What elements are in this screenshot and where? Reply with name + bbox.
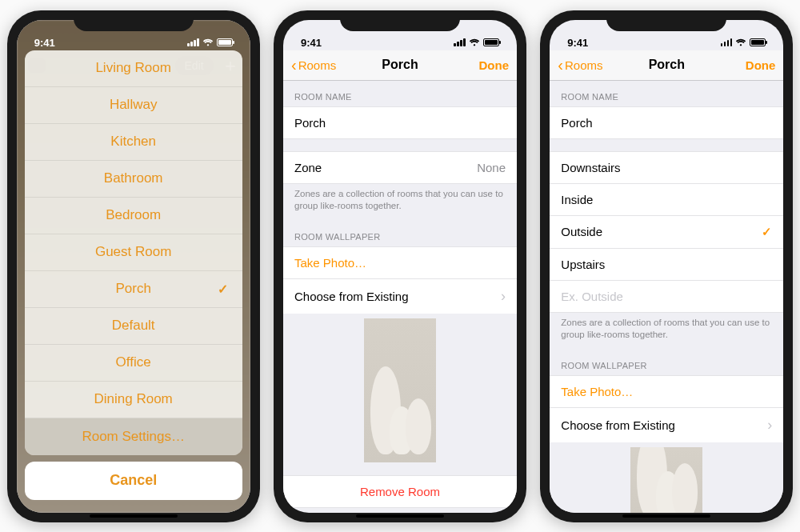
chevron-left-icon: ‹	[291, 56, 297, 74]
nav-title: Porch	[382, 58, 418, 72]
device-notch	[606, 10, 726, 31]
zone-option[interactable]: Downstairs	[550, 151, 783, 184]
room-option[interactable]: Dining Room	[25, 382, 242, 418]
back-button[interactable]: ‹ Rooms	[291, 56, 336, 74]
zone-footer: Zones are a collection of rooms that you…	[550, 312, 783, 350]
status-time: 9:41	[34, 37, 55, 49]
room-option[interactable]: Kitchen	[25, 124, 242, 161]
section-header-room-name: ROOM NAME	[550, 81, 783, 106]
wifi-icon	[202, 37, 214, 49]
chevron-right-icon: ›	[767, 417, 772, 434]
room-name-field[interactable]: Porch	[283, 106, 517, 139]
wifi-icon	[735, 37, 746, 49]
chevron-right-icon: ›	[501, 288, 506, 305]
back-label: Rooms	[565, 58, 603, 72]
signal-icon	[721, 38, 733, 46]
zone-option[interactable]: Upstairs	[550, 248, 783, 281]
room-name-value: Porch	[561, 116, 592, 130]
home-indicator[interactable]	[356, 514, 444, 518]
room-option[interactable]: Bedroom	[25, 198, 242, 234]
section-header-room-name: ROOM NAME	[283, 81, 517, 106]
take-photo-button[interactable]: Take Photo…	[550, 375, 783, 408]
room-name-value: Porch	[294, 116, 326, 130]
room-settings-button[interactable]: Room Settings…	[25, 418, 242, 455]
section-header-wallpaper: ROOM WALLPAPER	[550, 350, 783, 375]
wifi-icon	[469, 37, 480, 49]
battery-icon	[483, 38, 499, 46]
choose-existing-button[interactable]: Choose from Existing ›	[283, 278, 517, 314]
room-option[interactable]: Porch	[25, 271, 242, 308]
zone-option[interactable]: Inside	[550, 183, 783, 216]
room-option[interactable]: Bathroom	[25, 161, 242, 198]
signal-icon	[187, 38, 199, 46]
vase-image	[364, 318, 436, 462]
battery-icon	[750, 38, 766, 46]
section-header-wallpaper: ROOM WALLPAPER	[283, 221, 517, 246]
status-time: 9:41	[301, 37, 322, 49]
status-time: 9:41	[567, 37, 588, 49]
device-notch	[74, 10, 194, 31]
zone-option[interactable]: Outside	[550, 215, 783, 249]
zone-footer: Zones are a collection of rooms that you…	[283, 183, 517, 221]
remove-room-button[interactable]: Remove Room	[283, 475, 517, 508]
back-button[interactable]: ‹ Rooms	[558, 56, 602, 74]
take-photo-button[interactable]: Take Photo…	[283, 246, 517, 279]
room-option[interactable]: Default	[25, 308, 242, 345]
zone-placeholder: Ex. Outside	[561, 290, 623, 303]
room-action-sheet: Living RoomHallwayKitchenBathroomBedroom…	[25, 50, 242, 500]
signal-icon	[454, 38, 466, 46]
nav-title: Porch	[649, 58, 685, 72]
home-indicator[interactable]	[622, 514, 710, 518]
zone-value: None	[477, 161, 506, 174]
zone-label: Zone	[294, 161, 322, 174]
room-option[interactable]: Guest Room	[25, 234, 242, 271]
room-name-field[interactable]: Porch	[550, 106, 783, 139]
vase-image	[630, 447, 702, 513]
done-button[interactable]: Done	[746, 58, 776, 72]
phone-1: 9:41 Edit ＋ Living RoomHallwayKitchenBat…	[7, 10, 260, 522]
battery-icon	[217, 38, 233, 46]
device-notch	[340, 10, 460, 31]
cancel-button[interactable]: Cancel	[25, 462, 242, 500]
done-button[interactable]: Done	[478, 58, 509, 72]
back-label: Rooms	[298, 58, 337, 72]
choose-existing-button[interactable]: Choose from Existing ›	[550, 407, 783, 443]
room-option[interactable]: Office	[25, 345, 242, 382]
room-option[interactable]: Living Room	[25, 50, 242, 87]
phone-3: 9:41 ‹ Rooms Porch Done ROOM NAME Porch	[540, 10, 793, 522]
new-zone-field[interactable]: Ex. Outside	[550, 280, 783, 313]
zone-row[interactable]: Zone None	[283, 151, 517, 184]
wallpaper-preview	[550, 442, 783, 513]
phone-2: 9:41 ‹ Rooms Porch Done ROOM NAME Porch	[274, 10, 526, 522]
chevron-left-icon: ‹	[558, 56, 563, 74]
wallpaper-preview	[283, 314, 517, 467]
room-option[interactable]: Hallway	[25, 87, 242, 124]
nav-bar: ‹ Rooms Porch Done	[283, 50, 517, 81]
nav-bar: ‹ Rooms Porch Done	[550, 50, 783, 81]
home-indicator[interactable]	[90, 514, 178, 518]
